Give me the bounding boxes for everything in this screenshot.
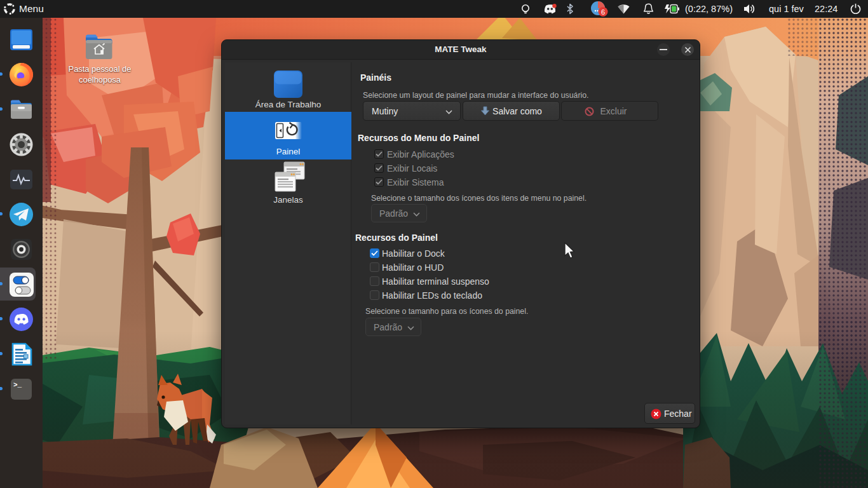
svg-text:6: 6	[601, 8, 605, 16]
svg-text:>_: >_	[13, 381, 22, 389]
